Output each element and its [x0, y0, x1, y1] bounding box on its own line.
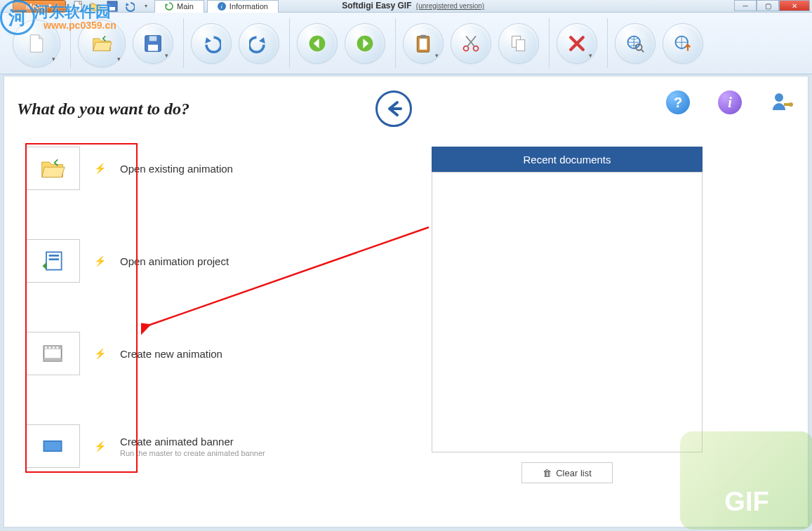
refresh-icon — [165, 2, 173, 11]
svg-point-18 — [775, 93, 783, 102]
start-actions: ⚡ Open existing animation ⚡ Open animati… — [25, 147, 265, 468]
maximize-button[interactable]: ▢ — [757, 0, 779, 11]
top-right-icons: ? i — [666, 90, 794, 114]
svg-rect-27 — [45, 347, 47, 349]
action-create-new[interactable]: ⚡ Create new animation — [25, 332, 265, 375]
qat-new-icon[interactable] — [73, 1, 84, 12]
chevron-down-icon: ▼ — [47, 3, 53, 9]
ribbon-tabs: Main i Information — [154, 0, 279, 13]
undo-button[interactable] — [191, 23, 232, 64]
delete-button[interactable]: ▾ — [557, 23, 597, 64]
chevron-down-icon: ▾ — [435, 52, 439, 59]
web-upload-button[interactable] — [663, 23, 703, 64]
svg-rect-2 — [109, 7, 115, 11]
svg-rect-4 — [148, 44, 158, 51]
help-button[interactable]: ? — [666, 90, 690, 114]
tab-information-label: Information — [229, 2, 268, 11]
svg-point-20 — [789, 102, 793, 107]
clear-list-button[interactable]: 🗑 Clear list — [521, 462, 613, 483]
prev-button[interactable] — [297, 23, 338, 64]
chevron-down-icon: ▾ — [589, 52, 592, 59]
action-create-banner[interactable]: ⚡ Create animated banner Run the master … — [25, 424, 265, 468]
tab-main-label: Main — [177, 2, 194, 11]
qat-open-icon[interactable] — [90, 1, 101, 12]
copy-icon — [509, 34, 528, 53]
clear-list-label: Clear list — [556, 468, 592, 478]
action-open-project[interactable]: ⚡ Open animation project — [25, 239, 265, 283]
action-open-existing[interactable]: ⚡ Open existing animation — [25, 147, 265, 190]
banner-icon — [25, 424, 80, 468]
svg-rect-31 — [44, 441, 61, 451]
open-folder-button[interactable]: ▾ — [78, 20, 126, 67]
action-label: Create animated banner — [120, 436, 234, 448]
info-icon: i — [728, 95, 732, 111]
svg-rect-28 — [49, 347, 51, 349]
app-title: Softdigi Easy GIF (unregistered version) — [342, 1, 484, 11]
user-key-icon[interactable] — [770, 90, 794, 114]
redo-icon — [249, 34, 269, 53]
svg-rect-29 — [53, 347, 55, 349]
bolt-icon: ⚡ — [94, 163, 106, 174]
bolt-icon: ⚡ — [94, 255, 106, 267]
main-content: What do you want to do? ? i ⚡ Open exist… — [4, 76, 808, 527]
page-heading: What do you want to do? — [17, 100, 189, 119]
minimize-button[interactable]: ─ — [734, 0, 757, 11]
scissors-icon — [461, 34, 481, 53]
tab-information[interactable]: i Information — [207, 0, 279, 13]
menu-button[interactable]: Menu ▼ — [13, 0, 66, 13]
question-icon: ? — [674, 95, 682, 111]
web-search-button[interactable] — [615, 23, 655, 64]
action-subtitle: Run the master to create animated banner — [120, 449, 265, 457]
file-icon — [27, 34, 46, 53]
svg-rect-9 — [420, 39, 427, 50]
recent-list[interactable] — [432, 172, 703, 452]
ribbon-toolbar: ▾ ▾ ▾ ▾ ▾ — [0, 13, 812, 74]
paste-button[interactable]: ▾ — [403, 23, 444, 64]
chevron-down-icon: ▾ — [165, 52, 168, 59]
new-file-button[interactable]: ▾ — [13, 20, 60, 67]
arrow-left-icon — [383, 98, 404, 119]
recent-documents-panel: Recent documents 🗑 Clear list — [432, 147, 703, 483]
close-button[interactable]: ✕ — [779, 0, 810, 11]
titlebar: Menu ▼ ▾ Main i Information Softdigi Eas… — [0, 0, 812, 13]
back-button[interactable] — [375, 90, 412, 127]
arrow-right-icon — [355, 34, 375, 53]
svg-rect-23 — [49, 258, 59, 260]
recent-header: Recent documents — [432, 147, 703, 172]
tab-main[interactable]: Main — [154, 0, 204, 13]
save-button[interactable]: ▾ — [133, 23, 173, 64]
undo-icon — [201, 34, 221, 53]
save-icon — [143, 34, 163, 53]
arrow-left-icon — [307, 34, 327, 53]
next-button[interactable] — [345, 23, 385, 64]
unregistered-label[interactable]: (unregistered version) — [416, 2, 484, 10]
svg-rect-5 — [149, 36, 157, 41]
clipboard-icon — [413, 34, 433, 53]
globe-upload-icon — [673, 34, 693, 53]
about-button[interactable]: i — [718, 90, 742, 114]
bolt-icon: ⚡ — [94, 441, 106, 452]
action-label: Open existing animation — [120, 163, 233, 175]
info-icon: i — [218, 2, 226, 11]
film-icon — [25, 332, 80, 375]
svg-rect-0 — [74, 1, 81, 11]
qat-undo-icon[interactable] — [124, 1, 135, 12]
svg-rect-26 — [44, 358, 61, 361]
svg-rect-14 — [517, 39, 525, 51]
cut-button[interactable] — [451, 23, 491, 64]
chevron-down-icon: ▾ — [117, 55, 121, 62]
svg-rect-30 — [56, 347, 58, 349]
qat-save-icon[interactable] — [107, 1, 118, 12]
copy-button[interactable] — [498, 23, 539, 64]
bolt-icon: ⚡ — [94, 348, 106, 359]
menu-label: Menu — [26, 2, 46, 11]
trash-icon: 🗑 — [543, 468, 552, 478]
svg-rect-10 — [420, 34, 427, 37]
chevron-down-icon: ▾ — [52, 55, 55, 62]
action-label: Create new animation — [120, 348, 222, 360]
redo-button[interactable] — [239, 23, 279, 64]
qat-dropdown-icon[interactable]: ▾ — [140, 1, 152, 12]
action-label: Open animation project — [120, 255, 229, 267]
project-icon — [25, 239, 80, 283]
window-controls: ─ ▢ ✕ — [734, 0, 810, 11]
